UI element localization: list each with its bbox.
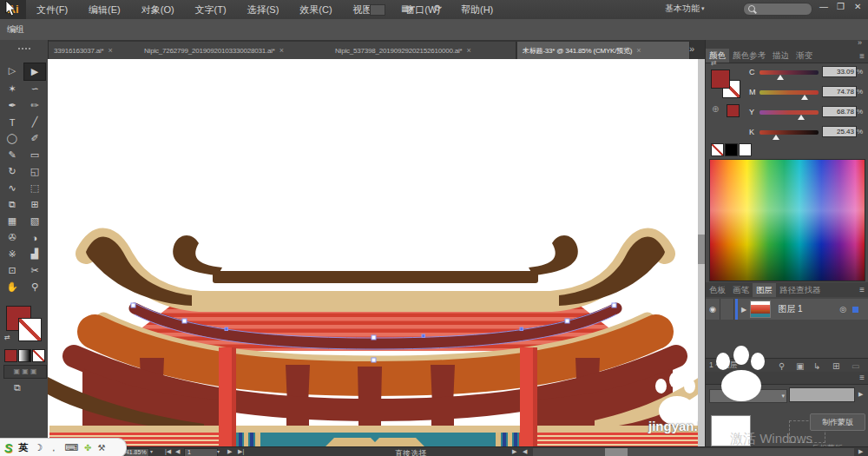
width-tool[interactable]: ∿ (1, 180, 23, 196)
ime-moon-icon[interactable]: ☽ (34, 442, 43, 453)
free-transform-tool[interactable]: ⬚ (23, 180, 46, 196)
slider-c-thumb[interactable] (777, 75, 784, 80)
make-mask-button[interactable]: 制作蒙版 (810, 413, 865, 431)
horizontal-scrollbar-thumb[interactable] (605, 448, 628, 456)
pencil-tool[interactable]: ✎ (1, 147, 23, 163)
sync-hand-icon[interactable]: ⟳ (434, 3, 442, 14)
perspective-grid-tool[interactable]: ⊞ (23, 196, 46, 213)
document-tab-active[interactable]: 未标题-33* @ 341.85% (CMYK/预览) × (517, 42, 690, 59)
vertical-scrollbar-thumb[interactable] (698, 235, 705, 264)
layer-thumbnail[interactable] (750, 301, 771, 318)
workspace-switcher[interactable]: 基本功能 ▾ (665, 3, 705, 15)
tab-close-icon[interactable]: × (108, 46, 113, 55)
ime-toolbox-icon[interactable]: ⚒ (98, 443, 106, 453)
ellipse-tool[interactable]: ◯ (1, 130, 23, 147)
swap-fill-stroke-icon[interactable]: ⇄ (4, 334, 10, 341)
menu-file[interactable]: 文件(F) (26, 0, 78, 19)
close-button[interactable]: ✕ (854, 2, 861, 11)
tab-layers[interactable]: 图层 (753, 283, 776, 297)
scroll-left-icon[interactable]: ▶ (512, 448, 516, 455)
selected-art-indicator[interactable] (852, 307, 858, 313)
artwork-temple[interactable] (48, 59, 705, 446)
search-input[interactable] (743, 3, 812, 16)
horizontal-scrollbar[interactable] (533, 448, 854, 456)
restore-button[interactable]: ❐ (837, 2, 845, 11)
paintbrush-tool[interactable]: ✐ (23, 130, 46, 147)
none-swatch[interactable] (711, 143, 724, 156)
rotate-tool[interactable]: ↻ (1, 163, 23, 180)
document-tab-2[interactable]: Nipic_7262799_20190920103330028031.ai* × (139, 42, 331, 59)
new-layer-icon[interactable]: ⊞ (832, 361, 839, 371)
mesh-tool[interactable]: ▦ (1, 213, 23, 229)
value-k[interactable]: 25.43 (822, 126, 857, 137)
clipping-mask-icon[interactable]: ▣ (796, 361, 804, 371)
black-swatch[interactable] (725, 143, 738, 156)
tab-close-icon[interactable]: × (636, 46, 641, 55)
menu-select[interactable]: 选择(S) (237, 0, 290, 19)
minimize-button[interactable]: — (819, 2, 828, 11)
artboard-canvas[interactable]: jingyan.b (48, 59, 705, 446)
eraser-tool[interactable]: ▭ (23, 147, 46, 163)
tab-gradient[interactable]: 渐变 (792, 49, 816, 63)
transparency-opacity-field[interactable] (789, 387, 855, 402)
gradient-tool[interactable]: ▧ (23, 213, 46, 229)
zoom-tool[interactable]: ⚲ (23, 279, 46, 295)
drawing-modes-buttons[interactable]: ▣ ▣ ▣ (3, 365, 47, 379)
bridge-icon[interactable] (370, 4, 385, 16)
menu-view[interactable]: 视图(V) (343, 0, 396, 19)
scale-tool[interactable]: ◱ (23, 163, 46, 180)
menu-object[interactable]: 对象(O) (131, 0, 185, 19)
curvature-tool[interactable]: ✏ (23, 97, 46, 114)
layer-name[interactable]: 图层 1 (778, 303, 802, 315)
artboard-tool[interactable]: ⊡ (1, 262, 23, 279)
tab-swatches[interactable]: 色板 (706, 283, 729, 297)
swap-colors-icon[interactable]: ⇄ (711, 59, 717, 67)
blend-tool[interactable]: ◑ (23, 229, 46, 246)
slider-k-thumb[interactable] (773, 135, 779, 140)
expand-triangle-icon[interactable]: ▶ (741, 306, 746, 314)
value-c[interactable]: 33.09 (822, 66, 857, 77)
ime-language-toggle[interactable]: 英 (18, 441, 28, 454)
fill-proxy-swatch[interactable] (711, 69, 730, 89)
type-tool[interactable]: T (1, 114, 23, 130)
next-artboard-icon[interactable]: ▶ (227, 448, 232, 455)
delete-layer-icon[interactable]: ▭ (852, 361, 859, 371)
tab-color[interactable]: 颜色 (706, 49, 729, 63)
first-artboard-icon[interactable]: |◀ (165, 448, 171, 455)
color-mode-button[interactable] (4, 349, 17, 362)
tab-stroke[interactable]: 描边 (769, 49, 792, 63)
menu-help[interactable]: 帮助(H) (450, 0, 503, 19)
panel-menu-icon[interactable]: ≡ (859, 285, 865, 294)
white-swatch[interactable] (739, 143, 752, 156)
last-artboard-icon[interactable]: ▶| (238, 448, 244, 455)
direct-selection-tool[interactable]: ▶ (23, 63, 46, 81)
visibility-eye-icon[interactable]: ◉ (706, 305, 720, 314)
scroll-end-icon[interactable]: ▶ (858, 448, 863, 455)
slider-c[interactable] (760, 70, 819, 75)
document-tab-3[interactable]: Nipic_537398_20190929202152610000.ai* × (330, 42, 516, 59)
slider-k[interactable] (760, 130, 819, 135)
gamut-swatch[interactable] (727, 104, 740, 117)
tab-color-guide[interactable]: 颜色参考 (729, 49, 769, 63)
ime-skin-icon[interactable]: ✤ (84, 443, 91, 453)
color-spectrum[interactable] (709, 159, 865, 281)
panel-menu-icon[interactable]: ≡ (859, 51, 865, 61)
lasso-tool[interactable]: ∽ (23, 81, 46, 97)
tab-close-icon[interactable]: × (279, 46, 284, 55)
target-circle-icon[interactable]: ◎ (839, 305, 846, 314)
slider-m-thumb[interactable] (801, 95, 808, 100)
lock-toggle-cell[interactable] (720, 299, 734, 320)
tab-pathfinder[interactable]: 路径查找器 (776, 283, 825, 297)
panel-menu-icon[interactable]: ≡ (859, 373, 865, 382)
tab-overflow-icon[interactable]: » (689, 43, 694, 54)
prev-artboard-icon[interactable]: ◀ (175, 448, 180, 455)
document-tab-1[interactable]: 33916163037.ai* × (49, 42, 140, 59)
artboard-number-field[interactable]: 1 (184, 448, 218, 456)
ime-keyboard-icon[interactable]: ⌨ (64, 442, 78, 453)
gradient-mode-button[interactable] (18, 349, 31, 362)
opacity-chevron-icon[interactable]: ▶ (858, 391, 863, 398)
magic-wand-tool[interactable]: ✶ (1, 81, 23, 97)
layout-switcher-icon[interactable]: ▦▾ (401, 3, 413, 13)
none-mode-button[interactable] (32, 349, 45, 362)
vertical-scrollbar[interactable] (698, 59, 705, 446)
